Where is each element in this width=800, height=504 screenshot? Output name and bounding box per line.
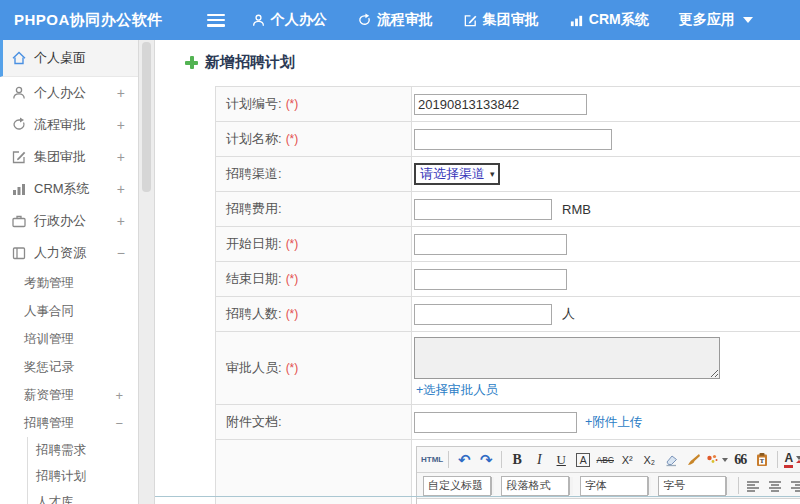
sidebar-item-process-approval[interactable]: 流程审批 + (0, 109, 138, 141)
book-icon (11, 245, 27, 261)
sidebar-item-hr[interactable]: 人力资源 − (0, 237, 138, 269)
scrollbar-thumb[interactable] (142, 42, 151, 192)
align-left-button[interactable] (743, 476, 763, 496)
caret-down-icon (796, 456, 800, 463)
form-row-editor: HTML ↶ ↷ B I U A ABC X² X₂ (216, 440, 800, 504)
hr-submenu: 考勤管理 人事合同 培训管理 奖惩记录 薪资管理 + 招聘管理 − 招聘需求 (0, 269, 138, 504)
eraser-icon (664, 452, 679, 467)
plan-name-input[interactable] (414, 129, 612, 150)
form-row-headcount: 招聘人数:(*) 人 (216, 297, 800, 332)
sidebar-item-recruit-plan[interactable]: 招聘计划 (28, 463, 138, 489)
svg-text:T: T (760, 457, 765, 464)
sidebar-item-attendance[interactable]: 考勤管理 (0, 269, 138, 297)
app-title: PHPOA协同办公软件 (14, 11, 163, 30)
caret-down-icon[interactable] (648, 477, 651, 495)
sidebar-item-admin-office[interactable]: 行政办公 + (0, 205, 138, 237)
custom-title-dropdown[interactable]: 自定义标题 (423, 476, 491, 496)
caret-down-icon[interactable] (726, 477, 729, 495)
align-left-icon (746, 479, 760, 493)
editor-content-area[interactable] (417, 499, 800, 504)
paragraph-format-dropdown[interactable]: 段落格式 (501, 476, 569, 496)
nav-more-apps[interactable]: 更多应用 (679, 11, 753, 29)
attachment-upload-link[interactable]: +附件上传 (585, 414, 642, 431)
sidebar-item-desktop[interactable]: 个人桌面 (0, 40, 138, 77)
align-center-icon (768, 479, 782, 493)
sidebar-item-salary[interactable]: 薪资管理 + (0, 381, 138, 409)
field-label: 开始日期: (226, 235, 282, 253)
headcount-input[interactable] (414, 304, 552, 325)
sparkle-icon (705, 453, 719, 467)
auto-format-button[interactable]: A (573, 450, 593, 470)
horizontal-scroll-line (155, 496, 800, 497)
channel-select[interactable]: 请选择渠道 ▾ (414, 163, 500, 185)
form-row-end-date: 结束日期:(*) (216, 262, 800, 297)
underline-button[interactable]: U (551, 450, 571, 470)
strikethrough-button[interactable]: ABC (595, 450, 615, 470)
font-size-dropdown[interactable]: 字号 (658, 476, 726, 496)
format-clean-button[interactable] (705, 450, 728, 470)
sidebar-item-training[interactable]: 培训管理 (0, 325, 138, 353)
paste-button[interactable]: T (752, 450, 772, 470)
approvers-textarea[interactable] (414, 337, 720, 379)
form-row-start-date: 开始日期:(*) (216, 227, 800, 262)
sidebar-item-recruit-mgmt[interactable]: 招聘管理 − (0, 409, 138, 437)
nav-personal-office[interactable]: 个人办公 (251, 11, 327, 29)
sidebar-item-group-approval[interactable]: 集团审批 + (0, 141, 138, 173)
format-brush-button[interactable] (683, 450, 703, 470)
nav-crm-system[interactable]: CRM系统 (569, 11, 649, 29)
unit-suffix: 人 (562, 305, 575, 323)
user-icon (251, 13, 266, 28)
caret-down-icon[interactable] (491, 477, 494, 495)
sidebar-item-hr-contract[interactable]: 人事合同 (0, 297, 138, 325)
subscript-button[interactable]: X₂ (639, 450, 659, 470)
superscript-button[interactable]: X² (617, 450, 637, 470)
sidebar-item-recruit-demand[interactable]: 招聘需求 (28, 437, 138, 463)
fee-input[interactable] (414, 199, 552, 220)
font-family-dropdown[interactable]: 字体 (580, 476, 648, 496)
page-title: 新增招聘计划 (185, 53, 295, 72)
undo-button[interactable]: ↶ (454, 450, 474, 470)
vertical-scrollbar[interactable] (138, 40, 155, 504)
sidebar: 个人桌面 个人办公 + 流程审批 + 集团审批 + CRM系统 + 行政办公 +… (0, 40, 138, 504)
process-icon (11, 117, 27, 133)
align-right-button[interactable] (787, 476, 800, 496)
field-label: 招聘人数: (226, 305, 282, 323)
brush-icon (686, 452, 701, 467)
required-marker: (*) (286, 272, 299, 286)
select-approvers-link[interactable]: +选择审批人员 (416, 382, 498, 399)
bold-button[interactable]: B (507, 450, 527, 470)
edit-icon (463, 13, 478, 28)
form-row-plan-name: 计划名称:(*) (216, 122, 800, 157)
required-marker: (*) (286, 132, 299, 146)
nav-group-approval[interactable]: 集团审批 (463, 11, 539, 29)
required-marker: (*) (286, 361, 299, 375)
eraser-button[interactable] (661, 450, 681, 470)
required-marker: (*) (286, 97, 299, 111)
sidebar-item-crm[interactable]: CRM系统 + (0, 173, 138, 205)
start-date-input[interactable] (414, 234, 567, 255)
sidebar-item-rewards[interactable]: 奖惩记录 (0, 353, 138, 381)
edit-icon (11, 149, 27, 165)
sidebar-item-personal-office[interactable]: 个人办公 + (0, 77, 138, 109)
attachment-input[interactable] (414, 412, 577, 433)
italic-button[interactable]: I (529, 450, 549, 470)
nav-process-approval[interactable]: 流程审批 (357, 11, 433, 29)
plan-number-input[interactable] (414, 94, 587, 115)
blockquote-button[interactable]: 66 (730, 450, 750, 470)
recruit-submenu: 招聘需求 招聘计划 人才库 (27, 437, 138, 504)
sidebar-item-talent-pool[interactable]: 人才库 (28, 489, 138, 504)
field-label: 附件文档: (226, 413, 282, 431)
briefcase-icon (11, 213, 27, 229)
end-date-input[interactable] (414, 269, 567, 290)
editor-toolbar-row1: HTML ↶ ↷ B I U A ABC X² X₂ (417, 447, 800, 473)
form-row-fee: 招聘费用: RMB (216, 192, 800, 227)
process-icon (357, 13, 372, 28)
field-label: 招聘渠道: (226, 165, 282, 183)
redo-button[interactable]: ↷ (476, 450, 496, 470)
caret-down-icon[interactable] (569, 477, 572, 495)
align-center-button[interactable] (765, 476, 785, 496)
menu-icon[interactable] (207, 14, 225, 27)
source-code-button[interactable]: HTML (421, 450, 443, 470)
form-row-approvers: 审批人员:(*) +选择审批人员 (216, 332, 800, 405)
font-color-button[interactable]: A (783, 450, 800, 470)
